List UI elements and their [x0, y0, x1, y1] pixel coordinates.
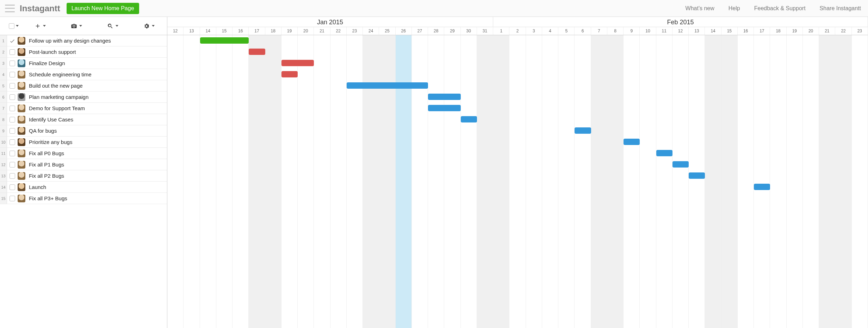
- gantt-row: [167, 148, 868, 159]
- zoom-button[interactable]: [104, 21, 122, 31]
- task-checkbox[interactable]: [7, 184, 18, 190]
- timeline-header: Jan 2015Feb 2015 12131415161718192021222…: [167, 17, 868, 35]
- task-checkbox[interactable]: [7, 151, 18, 156]
- task-row[interactable]: 1Follow up with any design changes: [0, 35, 167, 46]
- select-all-checkbox[interactable]: [8, 23, 19, 30]
- search-icon: [107, 23, 113, 29]
- task-row[interactable]: 8Identify Use Cases: [0, 114, 167, 125]
- task-row[interactable]: 14Launch: [0, 182, 167, 193]
- day-label: 21: [314, 27, 330, 35]
- task-checkbox[interactable]: [7, 117, 18, 122]
- task-name[interactable]: Schedule engineering time: [29, 71, 92, 77]
- task-row[interactable]: 15Fix all P3+ Bugs: [0, 193, 167, 204]
- gantt-row: [167, 114, 868, 125]
- gantt-bar[interactable]: [428, 105, 461, 111]
- task-name[interactable]: Fix all P2 Bugs: [29, 173, 64, 179]
- day-label: 18: [770, 27, 786, 35]
- gantt-bar[interactable]: [428, 94, 461, 100]
- task-name[interactable]: Launch: [29, 184, 46, 190]
- gantt-bar[interactable]: [672, 161, 689, 168]
- gantt-chart[interactable]: [167, 35, 868, 328]
- task-name[interactable]: Demo for Support Team: [29, 105, 85, 111]
- task-row[interactable]: 10Prioritize any bugs: [0, 137, 167, 148]
- link-help[interactable]: Help: [728, 5, 740, 12]
- gantt-bar[interactable]: [754, 184, 770, 190]
- add-button[interactable]: [31, 21, 49, 31]
- snapshot-button[interactable]: [67, 21, 86, 31]
- day-label: 12: [167, 27, 184, 35]
- task-row[interactable]: 4Schedule engineering time: [0, 69, 167, 80]
- settings-button[interactable]: [140, 21, 158, 31]
- link-share[interactable]: Share Instagantt: [820, 5, 861, 12]
- task-row[interactable]: 2Post-launch support: [0, 46, 167, 58]
- day-label: 25: [379, 27, 395, 35]
- avatar: [18, 71, 25, 78]
- task-row[interactable]: 11Fix all P0 Bugs: [0, 148, 167, 159]
- task-name[interactable]: Finalize Design: [29, 60, 65, 66]
- app-header: Instagantt Launch New Home Page What's n…: [0, 0, 868, 17]
- task-name[interactable]: Build out the new page: [29, 83, 83, 89]
- task-checkbox[interactable]: [7, 83, 18, 89]
- task-checkbox[interactable]: [7, 106, 18, 111]
- task-row[interactable]: 12Fix all P1 Bugs: [0, 159, 167, 170]
- task-name[interactable]: Fix all P0 Bugs: [29, 150, 64, 156]
- link-feedback[interactable]: Feedback & Support: [754, 5, 806, 12]
- day-label: 3: [526, 27, 542, 35]
- task-checkbox[interactable]: [7, 128, 18, 134]
- task-name[interactable]: Plan marketing campaign: [29, 94, 88, 100]
- gantt-bar[interactable]: [624, 139, 640, 145]
- task-name[interactable]: Post-launch support: [29, 49, 76, 55]
- task-checkbox[interactable]: [7, 173, 18, 179]
- task-name[interactable]: Identify Use Cases: [29, 116, 73, 122]
- day-label: 17: [249, 27, 265, 35]
- gantt-bar[interactable]: [656, 150, 672, 156]
- day-label: 28: [428, 27, 444, 35]
- menu-icon[interactable]: [5, 5, 15, 12]
- day-label: 29: [444, 27, 460, 35]
- main-area: 1Follow up with any design changes2Post-…: [0, 35, 868, 328]
- task-name[interactable]: Fix all P1 Bugs: [29, 162, 64, 168]
- task-row[interactable]: 6Plan marketing campaign: [0, 92, 167, 103]
- row-number: 9: [0, 125, 7, 136]
- task-name[interactable]: Prioritize any bugs: [29, 139, 72, 145]
- task-row[interactable]: 3Finalize Design: [0, 58, 167, 69]
- task-checkbox[interactable]: [7, 72, 18, 77]
- gantt-bar[interactable]: [575, 127, 591, 134]
- gantt-bar[interactable]: [281, 71, 298, 77]
- task-name[interactable]: QA for bugs: [29, 128, 57, 134]
- gantt-bar[interactable]: [281, 60, 314, 66]
- task-row[interactable]: 7Demo for Support Team: [0, 103, 167, 114]
- task-checkbox[interactable]: [7, 94, 18, 100]
- task-row[interactable]: 13Fix all P2 Bugs: [0, 170, 167, 182]
- day-label: 31: [477, 27, 493, 35]
- day-label: 13: [184, 27, 200, 35]
- task-checkbox[interactable]: [7, 162, 18, 168]
- task-checkbox[interactable]: [7, 139, 18, 145]
- task-name[interactable]: Follow up with any design changes: [29, 38, 111, 44]
- task-checkbox[interactable]: [7, 49, 18, 55]
- camera-icon: [71, 23, 77, 29]
- day-label: 7: [591, 27, 607, 35]
- day-label: 11: [656, 27, 672, 35]
- avatar: [18, 150, 25, 157]
- gantt-bar[interactable]: [347, 82, 428, 89]
- avatar: [18, 183, 25, 191]
- task-row[interactable]: 5Build out the new page: [0, 80, 167, 92]
- day-label: 20: [803, 27, 819, 35]
- gantt-bar[interactable]: [249, 49, 265, 55]
- day-label: 19: [281, 27, 298, 35]
- day-label: 2: [509, 27, 526, 35]
- gantt-bar[interactable]: [689, 172, 705, 179]
- row-number: 8: [0, 114, 7, 125]
- task-name[interactable]: Fix all P3+ Bugs: [29, 195, 67, 201]
- row-number: 14: [0, 182, 7, 193]
- task-checkbox[interactable]: [7, 61, 18, 66]
- task-done-icon[interactable]: [7, 38, 18, 44]
- link-whats-new[interactable]: What's new: [686, 5, 714, 12]
- task-checkbox[interactable]: [7, 196, 18, 201]
- day-label: 4: [542, 27, 558, 35]
- gantt-bar[interactable]: [461, 116, 477, 122]
- gantt-bar[interactable]: [200, 37, 249, 44]
- task-row[interactable]: 9QA for bugs: [0, 125, 167, 137]
- project-title-button[interactable]: Launch New Home Page: [67, 3, 139, 14]
